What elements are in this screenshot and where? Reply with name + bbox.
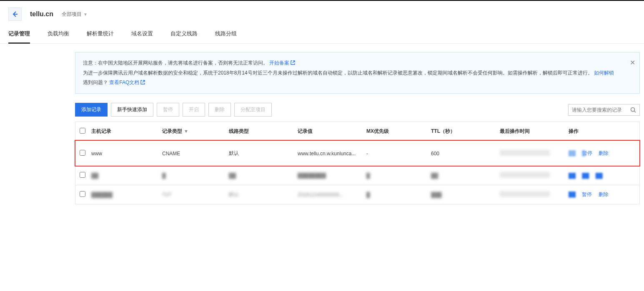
tabs: 记录管理 负载均衡 解析量统计 域名设置 自定义线路 线路分组 [0,25,644,44]
quick-add-button[interactable]: 新手快速添加 [111,103,153,117]
row-action[interactable]: ██ [569,192,576,197]
toolbar: 添加记录 新手快速添加 暂停 开启 删除 分配至项目 [75,103,644,117]
cell-line: 默认 [229,191,298,198]
table-row: ██████ TXT 默认 201812240000000... █ ███ █… [75,185,639,204]
tab-loadbalance[interactable]: 负载均衡 [48,25,69,43]
cell-ops: ██ 暂停 删除 [569,191,635,198]
row-checkbox[interactable] [80,172,85,178]
external-link-icon [291,59,295,68]
caret-down-icon: ▼ [83,12,88,17]
table-row: www CNAME 默认 www.tellu.cn.w.kunlunca... … [75,141,639,166]
row-checkbox[interactable] [80,150,85,156]
cell-value: www.tellu.cn.w.kunlunca... [298,151,366,157]
external-link-icon [140,78,145,88]
row-action[interactable]: ██ [569,173,576,179]
tab-domain-settings[interactable]: 域名设置 [131,25,153,43]
enable-button[interactable]: 开启 [183,103,205,117]
select-all-checkbox[interactable] [80,128,85,134]
cell-line: ██ [229,173,298,179]
row-action-delete[interactable]: 删除 [599,150,609,156]
search-box [568,104,640,116]
cell-host: www [91,151,162,157]
cell-type: CNAME [162,151,229,157]
back-button[interactable] [8,7,22,21]
cell-host: ██████ [91,192,162,198]
notice-text-3: 遇到问题？ [83,80,108,85]
col-line[interactable]: 线路类型 [229,128,298,135]
col-value[interactable]: 记录值 [298,128,366,135]
cell-time [500,172,569,179]
row-action[interactable]: ██ [569,150,576,156]
col-ttl[interactable]: TTL（秒） [431,128,500,135]
svg-point-0 [631,107,635,111]
project-selector[interactable]: 全部项目 ▼ [62,11,88,18]
cell-time [500,150,569,157]
table-row: ██ █ ██ ████████ █ ██ ██ ██ ██ [75,166,639,185]
svg-line-1 [634,111,636,112]
notice-link-beian[interactable]: 开始备案 [269,60,295,66]
records-table: 主机记录 记录类型▼ 线路类型 记录值 MX优先级 TTL（秒） 最后操作时间 … [75,122,640,204]
notice-text-1: 注意：在中国大陆地区开展网站服务，请先将域名进行备案，否则将无法正常访问。 [83,60,268,66]
cell-ttl: ███ [431,192,500,198]
col-type[interactable]: 记录类型▼ [162,128,229,135]
cell-mx: - [366,151,431,157]
cell-host: ██ [91,173,162,179]
cell-mx: █ [366,173,431,179]
filter-icon: ▼ [184,129,188,134]
delete-button[interactable]: 删除 [208,103,231,117]
notice-banner: ✕ 注意：在中国大陆地区开展网站服务，请先将域名进行备案，否则将无法正常访问。 … [75,52,640,94]
cell-line: 默认 [229,150,298,157]
close-icon[interactable]: ✕ [630,57,635,69]
row-action-delete[interactable]: 删除 [599,192,609,197]
col-mx[interactable]: MX优先级 [366,128,431,135]
row-action[interactable]: ██ [582,173,589,179]
search-icon[interactable] [627,104,639,115]
notice-link-unlock[interactable]: 如何解锁 [594,70,614,76]
table-header: 主机记录 记录类型▼ 线路类型 记录值 MX优先级 TTL（秒） 最后操作时间 … [75,122,639,141]
row-action-pause[interactable]: █暂停 [582,150,592,156]
domain-title: tellu.cn [30,10,53,18]
assign-project-button[interactable]: 分配至项目 [234,103,272,117]
notice-text-2: 为进一步保障腾讯云用户域名解析数据的安全和稳定，系统于2018年8月14号对近三… [83,70,593,76]
cell-value: 201812240000000... [298,192,366,198]
col-ops: 操作 [569,128,635,135]
cell-value: ████████ [298,173,366,179]
cell-ops: ██ █暂停 删除 [569,150,635,157]
row-action-pause[interactable]: 暂停 [582,192,592,197]
search-input[interactable] [569,104,627,115]
tab-custom-lines[interactable]: 自定义线路 [170,25,198,43]
project-selector-label: 全部项目 [62,11,82,18]
tab-line-groups[interactable]: 线路分组 [215,25,237,43]
cell-ttl: ██ [431,173,500,179]
cell-mx: █ [366,192,431,198]
pause-button[interactable]: 暂停 [157,103,179,117]
add-record-button[interactable]: 添加记录 [75,103,108,117]
cell-time [500,191,569,198]
row-action[interactable]: ██ [596,173,603,179]
tab-records[interactable]: 记录管理 [8,25,30,44]
cell-type: █ [162,173,229,179]
col-time[interactable]: 最后操作时间 [500,128,569,135]
row-checkbox[interactable] [80,191,85,197]
notice-link-faq[interactable]: 查看FAQ文档 [109,80,145,85]
cell-type: TXT [162,192,229,198]
cell-ttl: 600 [431,151,500,157]
cell-ops: ██ ██ ██ [569,173,635,179]
col-host[interactable]: 主机记录 [91,128,162,135]
tab-analytics[interactable]: 解析量统计 [87,25,114,43]
